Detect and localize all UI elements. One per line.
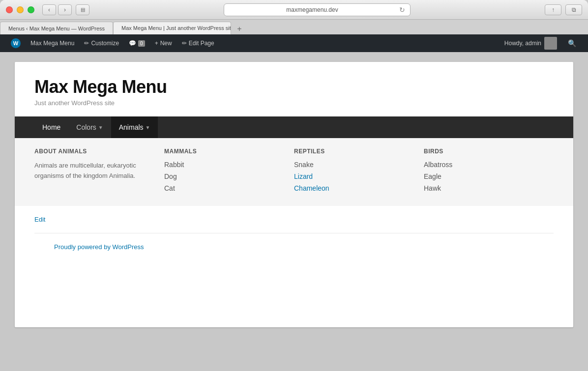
admin-avatar bbox=[544, 37, 557, 50]
reload-icon[interactable]: ↻ bbox=[399, 6, 405, 14]
customize-item[interactable]: ✏ Customize bbox=[79, 34, 124, 52]
bird-link-albatross[interactable]: Albatross bbox=[424, 161, 544, 169]
bird-link-eagle[interactable]: Eagle bbox=[424, 172, 544, 180]
customize-icon: ✏ bbox=[84, 40, 89, 47]
customize-label: Customize bbox=[91, 40, 119, 47]
admin-bar-right: Howdy, admin 🔍 bbox=[500, 34, 582, 52]
site-content: Edit Proudly powered by WordPress bbox=[15, 206, 573, 270]
site-title: Max Mega Menu bbox=[34, 77, 554, 97]
nav-animals-label: Animals bbox=[119, 123, 144, 131]
mega-dropdown-inner: ABOUT ANIMALS Animals are multicellular,… bbox=[34, 138, 554, 206]
edit-link[interactable]: Edit bbox=[34, 216, 45, 223]
nav-item-animals[interactable]: Animals ▼ bbox=[111, 116, 158, 138]
close-button[interactable] bbox=[6, 6, 13, 13]
site-name-label: Max Mega Menu bbox=[30, 40, 74, 47]
howdy-item[interactable]: Howdy, admin bbox=[500, 37, 562, 50]
browser-tab-0[interactable]: Menus ‹ Max Mega Menu — WordPress bbox=[0, 22, 113, 34]
back-button[interactable]: ‹ bbox=[42, 4, 56, 15]
url-text: maxmegamenu.dev bbox=[229, 6, 395, 13]
site-header: Max Mega Menu Just another WordPress sit… bbox=[15, 62, 573, 116]
animals-dropdown-arrow: ▼ bbox=[146, 125, 150, 130]
nav-item-home[interactable]: Home bbox=[34, 116, 68, 138]
bird-link-hawk[interactable]: Hawk bbox=[424, 184, 544, 192]
edit-page-item[interactable]: ✏ Edit Page bbox=[177, 34, 219, 52]
site-container: Max Mega Menu Just another WordPress sit… bbox=[15, 62, 573, 327]
reptile-link-lizard[interactable]: Lizard bbox=[294, 172, 414, 180]
mega-col-birds: BIRDS Albatross Eagle Hawk bbox=[424, 148, 554, 196]
edit-page-label: Edit Page bbox=[189, 40, 214, 47]
reptile-link-snake[interactable]: Snake bbox=[294, 161, 414, 169]
edit-page-icon: ✏ bbox=[182, 40, 187, 47]
tab-overview-button[interactable]: ▤ bbox=[76, 4, 89, 15]
traffic-lights bbox=[6, 6, 34, 13]
comments-icon: 💬 bbox=[129, 40, 136, 47]
wp-logo-icon: W bbox=[11, 38, 21, 48]
browser-window: ‹ › ▤ maxmegamenu.dev ↻ ↑ ⧉ Menus ‹ Max … bbox=[0, 0, 588, 342]
minimize-button[interactable] bbox=[17, 6, 24, 13]
site-tagline: Just another WordPress site bbox=[34, 99, 554, 107]
mega-nav: Home Colors ▼ Animals ▼ bbox=[15, 116, 573, 138]
nav-buttons: ‹ › bbox=[42, 4, 72, 15]
new-window-button[interactable]: ⧉ bbox=[565, 4, 582, 15]
browser-tab-1[interactable]: Max Mega Menu | Just another WordPress s… bbox=[113, 22, 231, 34]
col-birds-title: BIRDS bbox=[424, 148, 544, 155]
nav-colors-label: Colors bbox=[76, 123, 96, 131]
maximize-button[interactable] bbox=[28, 6, 34, 13]
colors-dropdown-arrow: ▼ bbox=[98, 125, 103, 130]
admin-search-icon[interactable]: 🔍 bbox=[562, 34, 582, 52]
mega-col-reptiles: REPTILES Snake Lizard Chameleon bbox=[294, 148, 424, 196]
address-bar-area: maxmegamenu.dev ↻ bbox=[89, 3, 545, 16]
wp-logo-item[interactable]: W bbox=[6, 34, 26, 52]
address-bar[interactable]: maxmegamenu.dev ↻ bbox=[224, 3, 411, 16]
page-wrapper: Max Mega Menu Just another WordPress sit… bbox=[0, 52, 588, 342]
comments-count: 0 bbox=[138, 40, 145, 47]
footer-powered-by[interactable]: Proudly powered by WordPress bbox=[54, 243, 144, 251]
mega-dropdown: ABOUT ANIMALS Animals are multicellular,… bbox=[15, 138, 573, 206]
forward-button[interactable]: › bbox=[58, 4, 72, 15]
new-icon: + bbox=[155, 40, 158, 47]
share-button[interactable]: ↑ bbox=[545, 4, 561, 15]
howdy-label: Howdy, admin bbox=[504, 40, 541, 47]
site-footer-bar: Proudly powered by WordPress bbox=[34, 233, 554, 260]
mega-col-mammals: MAMMALS Rabbit Dog Cat bbox=[164, 148, 294, 196]
col-about-title: ABOUT ANIMALS bbox=[34, 148, 154, 155]
mammal-link-rabbit[interactable]: Rabbit bbox=[164, 161, 284, 169]
new-item[interactable]: + New bbox=[150, 34, 177, 52]
mega-col-about: ABOUT ANIMALS Animals are multicellular,… bbox=[34, 148, 164, 196]
mammal-link-dog[interactable]: Dog bbox=[164, 172, 284, 180]
nav-item-colors[interactable]: Colors ▼ bbox=[68, 116, 111, 138]
reptile-link-chameleon[interactable]: Chameleon bbox=[294, 184, 414, 192]
browser-tabs: Menus ‹ Max Mega Menu — WordPress Max Me… bbox=[0, 20, 588, 34]
col-about-desc: Animals are multicellular, eukaryotic or… bbox=[34, 161, 154, 181]
col-reptiles-title: REPTILES bbox=[294, 148, 414, 155]
new-tab-button[interactable]: + bbox=[233, 24, 246, 34]
comments-item[interactable]: 💬 0 bbox=[124, 34, 150, 52]
mammal-link-cat[interactable]: Cat bbox=[164, 184, 284, 192]
col-mammals-title: MAMMALS bbox=[164, 148, 284, 155]
new-label: New bbox=[160, 40, 172, 47]
site-name-item[interactable]: Max Mega Menu bbox=[26, 34, 79, 52]
title-bar: ‹ › ▤ maxmegamenu.dev ↻ ↑ ⧉ bbox=[0, 0, 588, 20]
wp-admin-bar: W Max Mega Menu ✏ Customize 💬 0 + New ✏ … bbox=[0, 34, 588, 52]
title-bar-right: ↑ ⧉ bbox=[545, 4, 582, 15]
